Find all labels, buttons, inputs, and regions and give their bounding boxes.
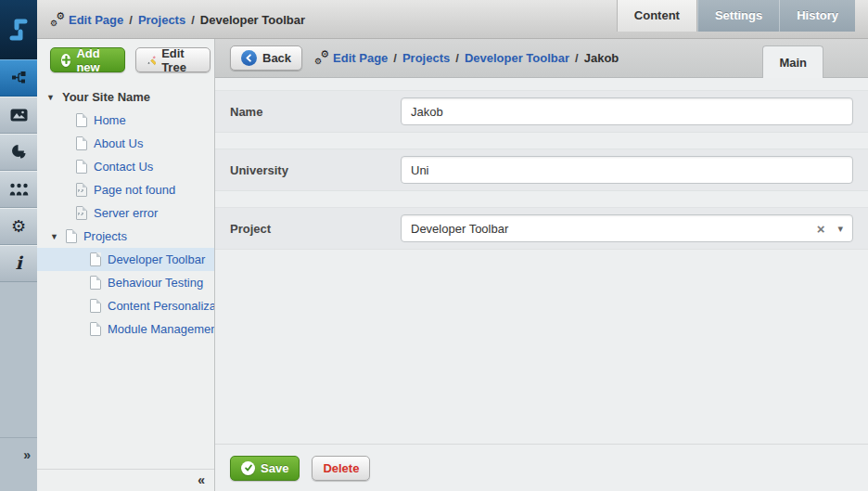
tree-item-label[interactable]: Behaviour Testing bbox=[108, 276, 203, 290]
breadcrumb-link-projects[interactable]: Projects bbox=[138, 13, 185, 27]
breadcrumb: ⚙⚙ Edit Page / Projects / Developer Tool… bbox=[37, 0, 305, 39]
tab-settings[interactable]: Settings bbox=[697, 0, 779, 32]
tree-item-behaviour-testing[interactable]: Behaviour Testing bbox=[37, 271, 214, 294]
rail-item-pages[interactable] bbox=[0, 59, 37, 97]
tree-item-page-not-found[interactable]: Page not found bbox=[37, 178, 214, 201]
breadcrumb-separator: / bbox=[575, 51, 579, 65]
rail-item-libraries[interactable] bbox=[0, 97, 37, 134]
form-row-university: University bbox=[215, 149, 868, 191]
clear-selection-icon[interactable]: × bbox=[817, 221, 825, 237]
name-field[interactable] bbox=[401, 97, 853, 125]
rail-item-users[interactable] bbox=[0, 171, 37, 208]
project-select[interactable]: Developer Toolbar × ▾ bbox=[401, 214, 853, 242]
back-arrow-icon bbox=[241, 50, 257, 66]
check-icon bbox=[241, 461, 255, 475]
delete-label: Delete bbox=[323, 461, 359, 475]
info-icon: i bbox=[15, 254, 21, 272]
rail-item-reports[interactable] bbox=[0, 134, 37, 171]
tree-item-label[interactable]: Home bbox=[94, 113, 126, 127]
page-icon bbox=[76, 113, 87, 127]
error-page-icon bbox=[76, 206, 87, 220]
save-button[interactable]: Save bbox=[230, 456, 300, 481]
university-field-label: University bbox=[230, 163, 401, 177]
tree-item-contact-us[interactable]: Contact Us bbox=[37, 155, 214, 178]
page-icon bbox=[66, 229, 77, 243]
tree-item-label[interactable]: Server error bbox=[94, 206, 158, 220]
breadcrumb-separator: / bbox=[393, 51, 397, 65]
add-new-button[interactable]: Add new bbox=[50, 47, 125, 72]
project-select-value: Developer Toolbar bbox=[411, 222, 817, 236]
error-page-icon bbox=[76, 183, 87, 197]
tree-item-label[interactable]: Content Personalization bbox=[108, 299, 214, 313]
tree-item-label[interactable]: About Us bbox=[94, 136, 143, 150]
app-logo[interactable] bbox=[0, 0, 37, 59]
collapse-left-icon: « bbox=[198, 472, 205, 487]
tree-item-server-error[interactable]: Server error bbox=[37, 201, 214, 225]
delete-button[interactable]: Delete bbox=[312, 456, 370, 481]
icon-rail: ⚙ i » bbox=[0, 0, 37, 491]
breadcrumb-current-item: Jakob bbox=[584, 51, 619, 65]
gears-icon: ⚙⚙ bbox=[51, 11, 63, 29]
tab-history[interactable]: History bbox=[779, 0, 855, 32]
name-field-label: Name bbox=[230, 105, 401, 119]
breadcrumb-link-edit-page[interactable]: Edit Page bbox=[333, 51, 388, 65]
breadcrumb-link-projects[interactable]: Projects bbox=[402, 51, 450, 65]
tree-root-your-site-name[interactable]: ▼ Your Site Name bbox=[37, 85, 214, 109]
pie-chart-icon bbox=[11, 144, 27, 160]
tree-item-label[interactable]: Contact Us bbox=[94, 160, 153, 174]
expand-right-icon: » bbox=[23, 447, 31, 462]
rail-filler bbox=[0, 282, 37, 437]
top-tab-bar: Content Settings History bbox=[617, 0, 855, 32]
item-breadcrumb: ⚙⚙ Edit Page / Projects / Developer Tool… bbox=[315, 49, 619, 67]
page-icon bbox=[76, 136, 87, 150]
main-content: Back ⚙⚙ Edit Page / Projects / Developer… bbox=[215, 39, 868, 491]
tree-item-home[interactable]: Home bbox=[37, 109, 214, 132]
content-header: Back ⚙⚙ Edit Page / Projects / Developer… bbox=[215, 39, 868, 78]
cms-app: ⚙⚙ Edit Page / Projects / Developer Tool… bbox=[0, 0, 868, 491]
tab-main[interactable]: Main bbox=[762, 45, 823, 78]
tree-item-label[interactable]: Developer Toolbar bbox=[108, 252, 205, 266]
tab-content[interactable]: Content bbox=[617, 0, 697, 32]
tree-collapse-control[interactable]: « bbox=[37, 469, 214, 491]
breadcrumb-separator: / bbox=[191, 13, 195, 27]
tree-item-about-us[interactable]: About Us bbox=[37, 132, 214, 155]
image-icon bbox=[10, 109, 28, 122]
edit-form: Name University Project Developer Toolba… bbox=[215, 78, 868, 444]
tree-item-label[interactable]: Module Management bbox=[108, 322, 214, 336]
save-label: Save bbox=[261, 461, 288, 475]
tree-item-module-management[interactable]: Module Management bbox=[37, 317, 214, 341]
project-field-label: Project bbox=[230, 222, 401, 236]
caret-down-icon[interactable]: ▼ bbox=[50, 232, 58, 241]
gears-icon: ⚙⚙ bbox=[315, 49, 327, 67]
university-field[interactable] bbox=[401, 156, 853, 184]
edit-tree-button[interactable]: Edit Tree bbox=[135, 47, 211, 72]
page-icon bbox=[76, 160, 87, 174]
breadcrumb-link-developer-toolbar[interactable]: Developer Toolbar bbox=[465, 51, 569, 65]
tree-item-content-personalization[interactable]: Content Personalization bbox=[37, 294, 214, 317]
form-row-name: Name bbox=[215, 90, 868, 133]
page-icon bbox=[90, 322, 101, 336]
add-new-label: Add new bbox=[76, 46, 113, 74]
tree-item-label[interactable]: Page not found bbox=[94, 183, 175, 197]
rail-item-info[interactable]: i bbox=[0, 245, 37, 282]
breadcrumb-separator: / bbox=[455, 51, 459, 65]
sitemap-icon bbox=[11, 71, 26, 84]
tree-item-label[interactable]: Projects bbox=[83, 229, 127, 243]
edit-tree-label: Edit Tree bbox=[161, 46, 199, 74]
rail-item-administration[interactable]: ⚙ bbox=[0, 208, 37, 245]
back-label: Back bbox=[262, 51, 291, 65]
rail-expand-control[interactable]: » bbox=[0, 437, 37, 491]
back-button[interactable]: Back bbox=[230, 45, 302, 71]
caret-down-icon[interactable]: ▼ bbox=[46, 93, 55, 102]
dropdown-caret-icon[interactable]: ▾ bbox=[837, 223, 843, 235]
form-row-project: Project Developer Toolbar × ▾ bbox=[215, 207, 868, 250]
tree-item-projects[interactable]: ▼ Projects bbox=[37, 225, 214, 248]
tree-item-developer-toolbar[interactable]: Developer Toolbar bbox=[37, 248, 214, 271]
page-icon bbox=[90, 299, 101, 313]
tree-root-label: Your Site Name bbox=[62, 90, 150, 104]
page-icon bbox=[90, 252, 101, 266]
breadcrumb-link-edit-page[interactable]: Edit Page bbox=[69, 13, 123, 27]
page-tree-panel: Add new Edit Tree ▼ Your Site Name Home bbox=[37, 39, 215, 491]
tree-toolbar: Add new Edit Tree bbox=[37, 39, 214, 82]
plus-icon bbox=[61, 54, 70, 67]
